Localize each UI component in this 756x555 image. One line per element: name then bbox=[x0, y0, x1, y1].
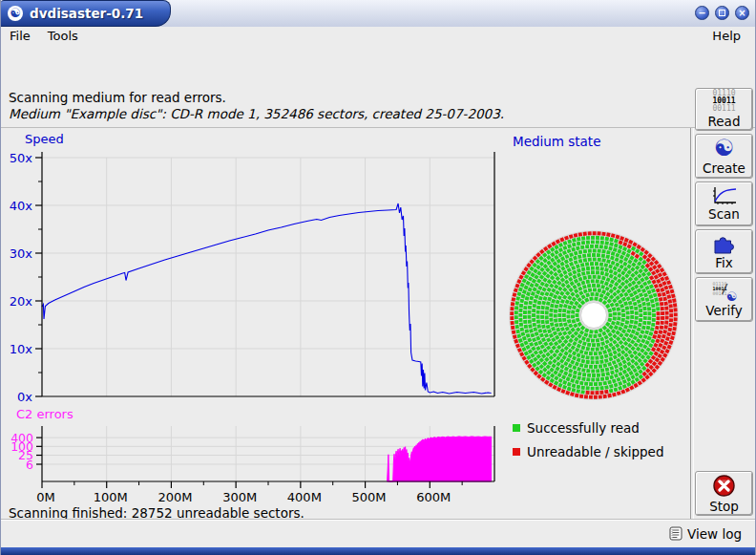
legend-bad: Unreadable / skipped bbox=[513, 444, 663, 459]
window-title: dvdisaster-0.71 bbox=[30, 6, 143, 21]
x-axis-tick: 500M bbox=[352, 490, 387, 504]
create-yinyang-icon: ☯ bbox=[714, 137, 735, 160]
fix-label: Fix bbox=[715, 255, 733, 270]
menu-help[interactable]: Help bbox=[704, 28, 749, 44]
speed-ytick: 40x bbox=[10, 199, 33, 213]
app-window: ☯ dvdisaster-0.71 − × File Tools Help Op… bbox=[0, 0, 756, 555]
c2-ytick: 6 bbox=[26, 458, 33, 472]
verify-yinyang-icon: ☯ bbox=[726, 289, 738, 304]
verify-icon: 01110 10011 00111 ☯ / bbox=[711, 282, 738, 302]
x-axis-tick: 100M bbox=[94, 490, 128, 504]
speed-ytick: 30x bbox=[10, 246, 33, 261]
stop-button[interactable]: Stop bbox=[695, 471, 753, 516]
medium-state-disc bbox=[508, 229, 680, 401]
app-yinyang-icon: ☯ bbox=[8, 6, 23, 21]
c2-chart-title: C2 errors bbox=[16, 407, 74, 421]
view-log-button[interactable]: View log bbox=[665, 523, 746, 544]
maximize-button[interactable] bbox=[715, 6, 729, 20]
speed-ytick: 10x bbox=[10, 342, 33, 356]
scan-chart-icon bbox=[712, 186, 737, 205]
sidebar-button-read[interactable]: 01110 10011 00111 Read bbox=[695, 88, 753, 131]
x-axis-tick: 0M bbox=[36, 490, 55, 504]
sidebar-button-scan[interactable]: Scan bbox=[695, 181, 753, 226]
sidebar-button-fix[interactable]: Fix bbox=[695, 229, 753, 274]
speed-chart-title: Speed bbox=[25, 132, 64, 146]
speed-ytick: 0x bbox=[17, 390, 32, 404]
title-tab: ☯ dvdisaster-0.71 bbox=[1, 0, 171, 27]
x-axis-tick: 400M bbox=[287, 490, 322, 504]
legend-good: Successfully read bbox=[513, 420, 640, 436]
bad-color-swatch bbox=[513, 448, 520, 456]
maximize-icon bbox=[719, 10, 725, 16]
x-axis-tick: 600M bbox=[416, 490, 451, 504]
legend-bad-label: Unreadable / skipped bbox=[527, 444, 663, 459]
stop-icon bbox=[712, 474, 736, 498]
close-button[interactable]: × bbox=[735, 6, 749, 20]
minimize-button[interactable]: − bbox=[695, 6, 709, 20]
status-line1: Scanning medium for read errors. bbox=[9, 90, 226, 105]
speed-ytick: 50x bbox=[10, 151, 33, 165]
status-line2: Medium "Example disc": CD-R mode 1, 3524… bbox=[9, 106, 504, 121]
create-label: Create bbox=[703, 160, 746, 176]
footer: View log bbox=[1, 519, 755, 548]
good-color-swatch bbox=[513, 424, 520, 432]
status-area: Scanning medium for read errors. Medium … bbox=[1, 86, 755, 128]
medium-state-label: Medium state bbox=[513, 134, 600, 149]
toolbar: Optical drive 52X FW 1.02 ▼ 011 10011 00… bbox=[1, 45, 755, 86]
menubar: File Tools Help bbox=[1, 27, 755, 45]
x-axis-tick: 200M bbox=[158, 490, 192, 504]
speed-c2-charts: 0x10x20x30x40x50xSpeed400100256C2 errors… bbox=[9, 132, 507, 506]
fix-puzzle-icon bbox=[712, 233, 737, 254]
view-log-label: View log bbox=[687, 526, 742, 542]
menu-tools[interactable]: Tools bbox=[39, 28, 87, 44]
scan-label: Scan bbox=[708, 206, 740, 222]
verify-label: Verify bbox=[705, 303, 742, 318]
titlebar[interactable]: ☯ dvdisaster-0.71 − × bbox=[1, 0, 755, 28]
sidebar-button-verify[interactable]: 01110 10011 00111 ☯ / Verify bbox=[695, 277, 753, 322]
window-bottom-frame bbox=[1, 547, 755, 555]
read-label: Read bbox=[708, 114, 741, 129]
stop-label: Stop bbox=[709, 499, 739, 514]
read-binary-icon: 01110 10011 00111 bbox=[712, 90, 735, 113]
content-area: 0x10x20x30x40x50xSpeed400100256C2 errors… bbox=[1, 128, 755, 519]
log-icon bbox=[669, 526, 682, 541]
legend-good-label: Successfully read bbox=[527, 420, 640, 436]
menu-file[interactable]: File bbox=[1, 28, 39, 44]
x-axis-tick: 300M bbox=[222, 490, 257, 504]
sidebar-separator bbox=[690, 128, 694, 519]
sidebar-button-create[interactable]: ☯ Create bbox=[695, 134, 753, 179]
speed-ytick: 20x bbox=[10, 294, 33, 309]
